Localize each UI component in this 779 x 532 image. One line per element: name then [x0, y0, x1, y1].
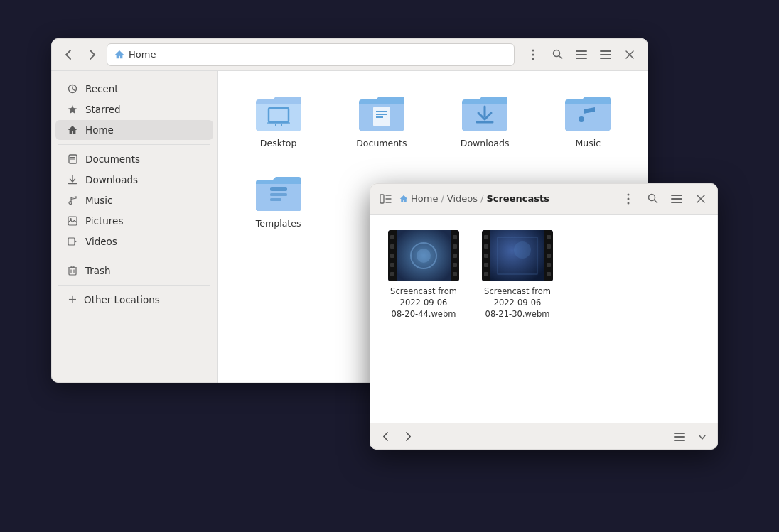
- close-icon: [625, 50, 634, 59]
- folder-documents[interactable]: Documents: [335, 85, 427, 154]
- music-folder-icon: [562, 91, 613, 134]
- screencast-2-label: Screencast from 2022-09-06 08-21-30.webm: [484, 286, 551, 320]
- svg-point-23: [69, 202, 72, 205]
- hamburger-button[interactable]: [594, 43, 617, 66]
- secondary-breadcrumb: Home / Videos / Screencasts: [399, 193, 614, 204]
- downloads-folder-icon: [459, 91, 510, 134]
- sidebar-item-downloads[interactable]: Downloads: [55, 170, 213, 190]
- home-sidebar-icon: [67, 124, 78, 136]
- secondary-dots-icon: [627, 193, 630, 205]
- secondary-close-button[interactable]: [689, 188, 712, 210]
- titlebar-actions: [522, 43, 641, 66]
- download-icon: [67, 174, 78, 185]
- svg-line-15: [72, 89, 75, 90]
- sidebar-item-trash[interactable]: Trash: [55, 261, 213, 281]
- breadcrumb-sep2: /: [480, 193, 483, 204]
- secondary-dropdown-button[interactable]: [692, 427, 712, 447]
- folder-templates[interactable]: Templates: [232, 165, 324, 234]
- list-icon: [576, 50, 587, 59]
- secondary-window: Home / Videos / Screencasts: [370, 183, 718, 450]
- sidebar-divider-2: [58, 256, 210, 256]
- desktop-folder-label: Desktop: [260, 138, 297, 148]
- svg-marker-27: [75, 240, 77, 243]
- templates-folder-icon: [253, 171, 304, 214]
- folder-music[interactable]: Music: [542, 85, 634, 154]
- sidebar-recent-label: Recent: [85, 83, 119, 94]
- svg-point-53: [628, 197, 630, 200]
- main-titlebar: Home: [51, 38, 648, 71]
- svg-rect-5: [576, 50, 587, 52]
- svg-rect-30: [71, 266, 74, 268]
- downloads-folder-label: Downloads: [461, 138, 510, 148]
- documents-folder-label: Documents: [356, 138, 407, 148]
- secondary-back-button[interactable]: [375, 427, 395, 447]
- sidebar-trash-label: Trash: [85, 265, 111, 276]
- secondary-forward-button[interactable]: [398, 427, 418, 447]
- breadcrumb-screencasts[interactable]: Screencasts: [486, 193, 549, 204]
- screencast-item-1[interactable]: Screencast from 2022-09-06 08-20-44.webm: [384, 226, 463, 411]
- breadcrumb-home-icon: [399, 195, 408, 203]
- sidebar-downloads-label: Downloads: [85, 174, 138, 185]
- breadcrumb-videos[interactable]: Videos: [447, 193, 478, 204]
- folder-downloads[interactable]: Downloads: [439, 85, 531, 154]
- music-folder-label: Music: [576, 138, 601, 148]
- svg-line-56: [654, 200, 657, 203]
- close-button[interactable]: [618, 43, 641, 66]
- sidebar-toggle-button[interactable]: [375, 188, 397, 210]
- screencast-item-2[interactable]: Screencast from 2022-09-06 08-21-30.webm: [478, 226, 557, 411]
- svg-rect-45: [270, 187, 287, 191]
- sidebar-other-locations[interactable]: + Other Locations: [55, 290, 213, 310]
- sidebar-divider-3: [58, 285, 210, 286]
- breadcrumb-home[interactable]: Home: [411, 193, 438, 204]
- sidebar-home-label: Home: [85, 124, 114, 136]
- svg-rect-7: [576, 58, 587, 59]
- svg-point-1: [532, 53, 534, 55]
- secondary-content: Screencast from 2022-09-06 08-20-44.webm: [370, 215, 718, 423]
- svg-marker-16: [68, 105, 77, 114]
- svg-rect-58: [671, 198, 682, 200]
- sidebar-item-music[interactable]: Music: [55, 190, 213, 210]
- back-button[interactable]: [58, 45, 78, 65]
- sidebar-item-videos[interactable]: Videos: [55, 232, 213, 251]
- sidebar-starred-label: Starred: [85, 104, 121, 115]
- svg-rect-34: [267, 122, 290, 124]
- svg-rect-28: [69, 268, 76, 275]
- dropdown-icon: [699, 434, 706, 440]
- location-bar[interactable]: Home: [107, 43, 515, 66]
- list-view-button[interactable]: [570, 43, 593, 66]
- svg-rect-8: [600, 50, 611, 52]
- secondary-close-icon: [697, 195, 705, 203]
- svg-rect-69: [674, 436, 685, 438]
- svg-rect-68: [674, 433, 685, 434]
- sidebar-toggle-icon: [380, 194, 392, 204]
- svg-rect-26: [68, 238, 75, 245]
- svg-rect-9: [600, 54, 611, 55]
- folder-desktop[interactable]: Desktop: [232, 85, 324, 154]
- secondary-hamburger-icon: [671, 195, 682, 203]
- sidebar: Recent Starred Home Documents: [51, 71, 218, 383]
- screencast-thumb-1: [388, 230, 459, 281]
- location-text: Home: [129, 49, 156, 60]
- sidebar-item-home[interactable]: Home: [55, 120, 213, 140]
- screencast-thumb-2: [482, 230, 553, 281]
- secondary-hamburger-button[interactable]: [665, 188, 688, 210]
- picture-icon: [67, 215, 78, 227]
- search-button[interactable]: [546, 43, 569, 66]
- sidebar-item-recent[interactable]: Recent: [55, 79, 213, 99]
- sidebar-item-starred[interactable]: Starred: [55, 99, 213, 119]
- svg-rect-10: [600, 58, 611, 59]
- sidebar-item-documents[interactable]: Documents: [55, 149, 213, 169]
- secondary-list-view-button[interactable]: [670, 427, 689, 447]
- sidebar-videos-label: Videos: [85, 236, 117, 247]
- secondary-menu-button[interactable]: [617, 188, 640, 210]
- svg-rect-46: [270, 193, 287, 196]
- screencast-1-label: Screencast from 2022-09-06 08-20-44.webm: [390, 286, 457, 320]
- forward-button[interactable]: [82, 45, 102, 65]
- secondary-search-button[interactable]: [641, 188, 664, 210]
- menu-button[interactable]: [522, 43, 544, 66]
- sidebar-music-label: Music: [85, 195, 112, 206]
- secondary-titlebar: Home / Videos / Screencasts: [370, 183, 718, 215]
- sidebar-item-pictures[interactable]: Pictures: [55, 211, 213, 231]
- svg-point-2: [532, 58, 534, 60]
- desktop-folder-icon: [253, 91, 304, 134]
